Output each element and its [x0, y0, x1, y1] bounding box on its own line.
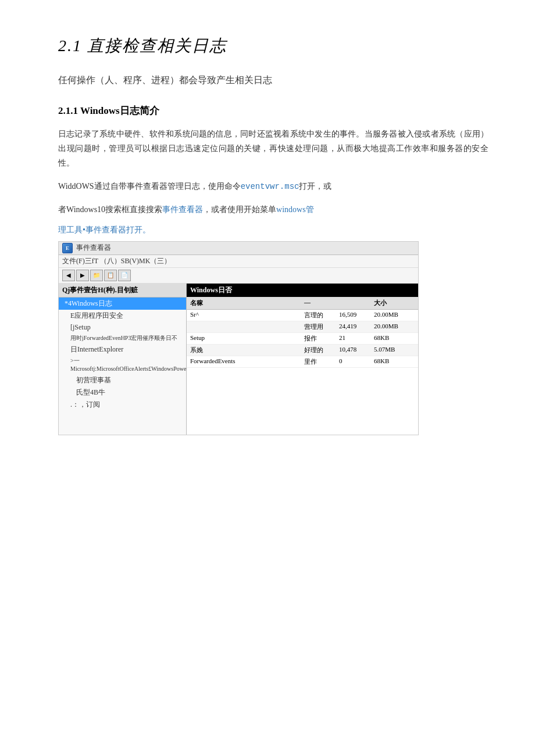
ev-item-forwarded[interactable]: 用时jForwardedEvenHP3宏用催序顺务日不: [59, 333, 186, 343]
body3-link1[interactable]: 事件查看器: [162, 205, 203, 214]
row3-size: 68KB: [374, 334, 415, 343]
row4-desc1: 好理的: [304, 346, 339, 354]
row3-name: Setup: [190, 334, 304, 343]
row4-num: 10,478: [339, 346, 374, 354]
table-row: Sr^ 言理的 16,509 20.00MB: [187, 310, 418, 321]
subsection-title: 2.1.1 Windows日志简介: [58, 104, 488, 117]
row5-name: ForwardedEvents: [190, 357, 304, 366]
event-viewer-window: E 事件查看器 文件(F)三fT （八）SB(V)MK（三） ◀ ▶ 📁 📋 📄…: [58, 241, 419, 435]
row5-num: 0: [339, 357, 374, 366]
ev-doc-btn[interactable]: 📄: [118, 270, 131, 281]
row5-desc1: 里作: [304, 357, 339, 366]
subtitle: 任何操作（人、程序、进程）都会导致产生相关日志: [58, 74, 488, 87]
ev-back-btn[interactable]: ◀: [62, 270, 75, 281]
body-paragraph-2: WiddOWS通过自带事件查看器管理日志，使用命令eventvwr.msc打开，…: [58, 179, 488, 194]
ev-folder-btn[interactable]: 📁: [90, 270, 103, 281]
ev-left-header: Qj事件壹告H(种).目钊赃: [59, 284, 186, 298]
section-title: 2.1 直接检查相关日志: [58, 35, 488, 57]
body3-link2[interactable]: windows管: [276, 205, 314, 214]
col-name: 名稼: [190, 299, 304, 307]
ev-app-icon: E: [62, 243, 73, 253]
col-size: 大小: [374, 299, 415, 307]
col-empty: [339, 299, 374, 307]
row4-size: 5.07MB: [374, 346, 415, 354]
body2-code: eventvwr.msc: [241, 182, 299, 191]
row5-size: 68KB: [374, 357, 415, 366]
body2-prefix: WiddOWS通过自带事件查看器管理日志，使用命令: [58, 182, 241, 191]
ev-item-windows-logs[interactable]: *4Windows日志: [59, 298, 186, 310]
body-paragraph-3: 者Windows10搜索框直接搜索事件查看器，或者使用开始菜单windows管: [58, 202, 488, 217]
body2-suffix: 打开，或: [299, 182, 331, 191]
ev-toolbar: ◀ ▶ 📁 📋 📄: [59, 268, 418, 284]
row2-num: 24,419: [339, 323, 374, 331]
row2-desc1: 营理用: [304, 323, 339, 331]
table-row: 系娩 好理的 10,478 5.07MB: [187, 345, 418, 356]
row4-name: 系娩: [190, 346, 304, 354]
ev-main-area: Qj事件壹告H(种).目钊赃 *4Windows日志 E应用程序田安全 [jSe…: [59, 284, 418, 435]
ev-item-app-security[interactable]: E应用程序田安全: [59, 310, 186, 322]
body3-prefix: 者Windows10搜索框直接搜索: [58, 205, 162, 214]
ev-item-microsoft[interactable]: >一Microsoftj:MicrosoftOfficeAlerts£Windo…: [59, 356, 186, 374]
ev-right-panel: Windows日否 名稼 — 大小 Sr^ 言理的 16,509 20.00MB…: [187, 284, 418, 435]
ev-title: 事件查看器: [76, 243, 111, 253]
col-dash: —: [304, 299, 339, 307]
ev-titlebar: E 事件查看器: [59, 242, 418, 255]
ev-item-subscribe[interactable]: .：，订阅: [59, 399, 186, 411]
row1-desc1: 言理的: [304, 311, 339, 320]
body-paragraph-4: 理工具•事件查看器打开。: [58, 225, 488, 235]
ev-menubar[interactable]: 文件(F)三fT （八）SB(V)MK（三）: [59, 255, 418, 268]
ev-forward-btn[interactable]: ▶: [76, 270, 89, 281]
row1-name: Sr^: [190, 311, 304, 320]
row2-name: [190, 323, 304, 331]
ev-item-mgmt[interactable]: 初营理事基: [59, 374, 186, 386]
ev-item-setup[interactable]: [jSetup: [59, 322, 186, 333]
ev-left-panel: Qj事件壹告H(种).目钊赃 *4Windows日志 E应用程序田安全 [jSe…: [59, 284, 187, 435]
table-row: ForwardedEvents 里作 0 68KB: [187, 356, 418, 368]
row2-size: 20.00MB: [374, 323, 415, 331]
ev-item-ie[interactable]: 日InternetExplorer: [59, 343, 186, 356]
row3-num: 21: [339, 334, 374, 343]
body3-middle: ，或者使用开始菜单: [203, 205, 276, 214]
ev-item-type[interactable]: 氏型4B牛: [59, 386, 186, 399]
ev-copy-btn[interactable]: 📋: [104, 270, 117, 281]
row1-num: 16,509: [339, 311, 374, 320]
table-row: Setup 报作 21 68KB: [187, 333, 418, 345]
table-row: 营理用 24,419 20.00MB: [187, 321, 418, 333]
row3-desc1: 报作: [304, 334, 339, 343]
ev-table-header: 名稼 — 大小: [187, 297, 418, 310]
body-paragraph-1: 日志记录了系统中硬件、软件和系统问题的信息，同时还监视着系统中发生的事件。当服务…: [58, 127, 488, 171]
row1-size: 20.00MB: [374, 311, 415, 320]
ev-right-win-header: Windows日否: [187, 284, 418, 297]
